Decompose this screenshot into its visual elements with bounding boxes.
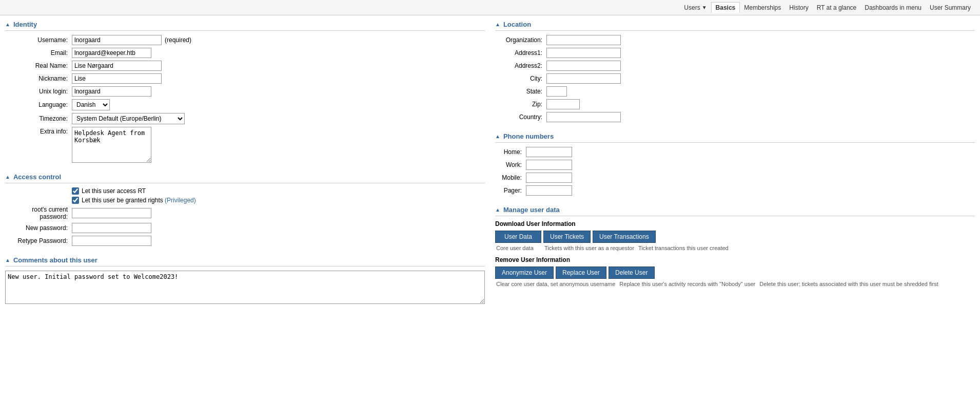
address1-input[interactable]: [546, 48, 621, 58]
username-input[interactable]: [72, 35, 162, 45]
username-row: Username: (required): [5, 35, 485, 45]
privileged-row: Let this user be granted rights (Privile…: [72, 197, 485, 204]
identity-section: ▲ Identity Username: (required) Email: R…: [5, 21, 485, 163]
mobile-phone-input[interactable]: [526, 173, 572, 183]
tab-rt-at-glance[interactable]: RT at a glance: [813, 3, 861, 13]
comments-header: ▲ Comments about this user: [5, 256, 485, 267]
retype-password-input[interactable]: [72, 236, 151, 246]
new-password-label: New password:: [5, 224, 72, 232]
email-label: Email:: [5, 49, 72, 56]
work-phone-label: Work:: [495, 161, 526, 168]
privileged-text: (Privileged): [165, 197, 196, 204]
country-input[interactable]: [546, 112, 621, 122]
language-select[interactable]: Danish English German French: [72, 99, 110, 110]
user-data-button[interactable]: User Data: [495, 231, 541, 243]
location-title: Location: [503, 21, 531, 28]
address1-row: Address1:: [495, 48, 975, 58]
location-section: ▲ Location Organization: Address1: Addre…: [495, 21, 975, 122]
city-input[interactable]: [546, 73, 621, 84]
country-label: Country:: [495, 113, 546, 121]
state-input[interactable]: [546, 86, 567, 97]
timezone-select[interactable]: System Default (Europe/Berlin) UTC US/Ea…: [72, 113, 185, 124]
manage-toggle-icon[interactable]: ▲: [495, 207, 500, 213]
address2-input[interactable]: [546, 61, 621, 71]
current-password-label: root's current password:: [5, 206, 72, 220]
pager-phone-input[interactable]: [526, 185, 572, 196]
user-transactions-button[interactable]: User Transactions: [593, 231, 656, 243]
users-dropdown[interactable]: Users ▼: [680, 3, 711, 13]
timezone-label: Timezone:: [5, 115, 72, 122]
phone-toggle-icon[interactable]: ▲: [495, 134, 500, 139]
email-row: Email:: [5, 48, 485, 58]
access-rt-checkbox[interactable]: [72, 187, 79, 195]
location-toggle-icon[interactable]: ▲: [495, 22, 500, 27]
anonymize-user-button[interactable]: Anonymize User: [495, 267, 554, 279]
pager-phone-label: Pager:: [495, 187, 526, 194]
extrainfo-label: Extra info:: [5, 127, 72, 135]
realname-input[interactable]: [72, 61, 162, 71]
tab-user-summary[interactable]: User Summary: [926, 3, 975, 13]
remove-button-group: Anonymize User Replace User Delete User: [495, 267, 975, 279]
access-toggle-icon[interactable]: ▲: [5, 174, 10, 180]
nickname-row: Nickname:: [5, 73, 485, 84]
comments-section: ▲ Comments about this user New user. Ini…: [5, 256, 485, 306]
email-input[interactable]: [72, 48, 151, 58]
address2-label: Address2:: [495, 62, 546, 69]
phone-numbers-header: ▲ Phone numbers: [495, 132, 975, 143]
new-password-input[interactable]: [72, 223, 151, 233]
city-label: City:: [495, 75, 546, 82]
unixlogin-label: Unix login:: [5, 88, 72, 95]
work-phone-row: Work:: [495, 160, 975, 170]
identity-toggle-icon[interactable]: ▲: [5, 22, 10, 27]
address1-label: Address1:: [495, 49, 546, 56]
username-label: Username:: [5, 36, 72, 44]
user-data-desc: Core user data: [495, 245, 541, 251]
user-transactions-desc: Ticket transactions this user created: [637, 245, 730, 251]
organization-label: Organization:: [495, 36, 546, 44]
address2-row: Address2:: [495, 61, 975, 71]
tab-memberships[interactable]: Memberships: [740, 3, 785, 13]
tab-dashboards[interactable]: Dashboards in menu: [860, 3, 926, 13]
access-control-section: ▲ Access control Let this user access RT…: [5, 173, 485, 246]
mobile-phone-row: Mobile:: [495, 173, 975, 183]
retype-password-label: Retype Password:: [5, 237, 72, 244]
comments-title: Comments about this user: [13, 256, 97, 264]
user-tickets-button[interactable]: User Tickets: [543, 231, 591, 243]
zip-row: Zip:: [495, 99, 975, 109]
home-phone-input[interactable]: [526, 147, 572, 157]
organization-input[interactable]: [546, 35, 621, 45]
current-password-row: root's current password:: [5, 206, 485, 220]
unixlogin-row: Unix login:: [5, 86, 485, 97]
download-title: Download User Information: [495, 220, 975, 227]
delete-user-button[interactable]: Delete User: [609, 267, 655, 279]
current-password-input[interactable]: [72, 208, 151, 218]
comments-textarea[interactable]: New user. Initial password set to Welcom…: [5, 271, 485, 304]
download-descriptions: Core user data Tickets with this user as…: [495, 245, 975, 251]
zip-input[interactable]: [546, 99, 580, 109]
username-required: (required): [165, 36, 191, 44]
user-tickets-desc: Tickets with this user as a requestor: [543, 245, 635, 251]
extrainfo-textarea[interactable]: Helpdesk Agent from Korsbæk: [72, 127, 151, 163]
tab-history[interactable]: History: [785, 3, 812, 13]
timezone-row: Timezone: System Default (Europe/Berlin)…: [5, 113, 485, 124]
access-rt-row: Let this user access RT: [72, 187, 485, 195]
replace-desc: Replace this user's activity records wit…: [618, 281, 756, 287]
work-phone-input[interactable]: [526, 160, 572, 170]
nickname-input[interactable]: [72, 73, 162, 84]
pager-phone-row: Pager:: [495, 185, 975, 196]
privileged-label: Let this user be granted rights (Privile…: [82, 197, 196, 204]
phone-numbers-section: ▲ Phone numbers Home: Work: Mobile: Page…: [495, 132, 975, 196]
replace-user-button[interactable]: Replace User: [556, 267, 606, 279]
extrainfo-row: Extra info: Helpdesk Agent from Korsbæk: [5, 127, 485, 163]
identity-header: ▲ Identity: [5, 21, 485, 31]
tab-basics[interactable]: Basics: [711, 2, 740, 13]
home-phone-label: Home:: [495, 148, 526, 156]
unixlogin-input[interactable]: [72, 86, 151, 97]
zip-label: Zip:: [495, 101, 546, 108]
privileged-checkbox[interactable]: [72, 197, 79, 204]
manage-user-data-section: ▲ Manage user data Download User Informa…: [495, 206, 975, 287]
organization-row: Organization:: [495, 35, 975, 45]
left-panel: ▲ Identity Username: (required) Email: R…: [5, 21, 485, 316]
retype-password-row: Retype Password:: [5, 236, 485, 246]
comments-toggle-icon[interactable]: ▲: [5, 257, 10, 263]
